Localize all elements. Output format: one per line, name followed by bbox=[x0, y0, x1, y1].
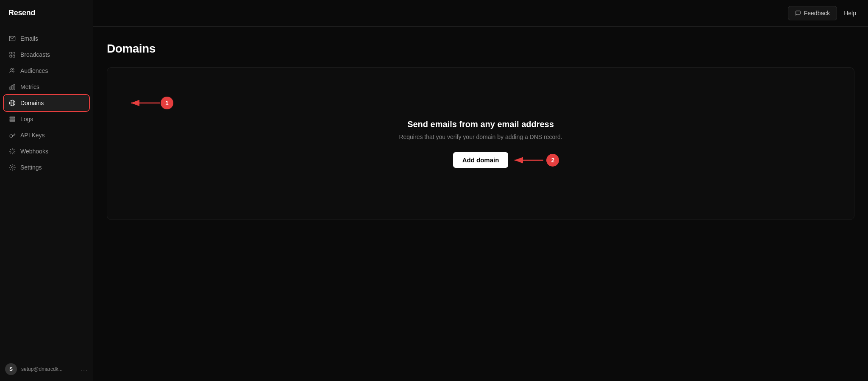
api-keys-icon bbox=[8, 131, 16, 139]
svg-rect-1 bbox=[10, 52, 12, 54]
footer-email: setup@dmarcdk... bbox=[21, 366, 77, 372]
add-domain-label: Add domain bbox=[462, 156, 499, 164]
help-label: Help bbox=[844, 10, 856, 17]
add-domain-button[interactable]: Add domain bbox=[453, 152, 509, 168]
svg-rect-3 bbox=[13, 55, 15, 57]
sidebar-item-label: Broadcasts bbox=[20, 51, 50, 58]
sidebar-item-label: Logs bbox=[20, 116, 33, 122]
sidebar-nav: Emails Broadcasts Audiences bbox=[0, 28, 93, 357]
sidebar-item-settings[interactable]: Settings bbox=[4, 160, 89, 175]
sidebar: Resend Emails Broadcasts bbox=[0, 0, 93, 381]
add-domain-wrapper: Add domain 2 bbox=[453, 152, 509, 168]
svg-rect-17 bbox=[10, 120, 15, 121]
svg-rect-15 bbox=[10, 117, 15, 118]
webhooks-icon bbox=[8, 147, 16, 155]
feedback-icon bbox=[795, 10, 801, 16]
svg-point-18 bbox=[10, 135, 13, 138]
sidebar-item-api-keys[interactable]: API Keys bbox=[4, 128, 89, 143]
sidebar-item-label: Settings bbox=[20, 164, 42, 171]
main-content: Feedback Help Domains Send emails from a… bbox=[93, 0, 868, 381]
annotation-2: 2 bbox=[508, 154, 559, 167]
sidebar-footer[interactable]: S setup@dmarcdk... ... bbox=[0, 357, 93, 381]
sidebar-item-label: Audiences bbox=[20, 67, 48, 74]
topbar: Feedback Help bbox=[93, 0, 868, 27]
sidebar-item-emails[interactable]: Emails bbox=[4, 31, 89, 46]
app-logo: Resend bbox=[0, 0, 93, 28]
sidebar-item-metrics[interactable]: Metrics bbox=[4, 79, 89, 95]
metrics-icon bbox=[8, 83, 16, 91]
sidebar-item-audiences[interactable]: Audiences bbox=[4, 63, 89, 78]
svg-rect-2 bbox=[13, 52, 15, 54]
svg-rect-7 bbox=[10, 87, 11, 89]
sidebar-item-label: Metrics bbox=[20, 83, 39, 90]
audiences-icon bbox=[8, 67, 16, 75]
broadcast-icon bbox=[8, 51, 16, 58]
help-button[interactable]: Help bbox=[844, 10, 856, 17]
sidebar-item-logs[interactable]: Logs bbox=[4, 111, 89, 127]
feedback-label: Feedback bbox=[804, 10, 830, 17]
sidebar-item-domains[interactable]: Domains 1 bbox=[4, 95, 89, 111]
svg-rect-4 bbox=[10, 55, 12, 57]
svg-line-19 bbox=[14, 135, 14, 135]
empty-state-heading: Send emails from any email address bbox=[407, 120, 554, 129]
svg-line-20 bbox=[14, 134, 15, 134]
sidebar-item-webhooks[interactable]: Webhooks bbox=[4, 144, 89, 159]
svg-point-21 bbox=[11, 167, 13, 168]
sidebar-item-label: Webhooks bbox=[20, 148, 48, 155]
annotation-badge-2: 2 bbox=[546, 154, 559, 167]
svg-point-5 bbox=[11, 69, 12, 70]
logs-icon bbox=[8, 115, 16, 123]
feedback-button[interactable]: Feedback bbox=[788, 6, 837, 20]
page-content: Domains Send emails from any email addre… bbox=[93, 27, 868, 381]
svg-point-6 bbox=[12, 69, 14, 70]
svg-rect-16 bbox=[10, 119, 15, 120]
empty-state-card: Send emails from any email address Requi… bbox=[107, 67, 854, 220]
page-title: Domains bbox=[107, 42, 854, 56]
globe-icon bbox=[8, 99, 16, 107]
sidebar-item-label: Emails bbox=[20, 35, 38, 42]
avatar: S bbox=[5, 363, 17, 375]
mail-icon bbox=[8, 35, 16, 42]
empty-state-description: Requires that you verify your domain by … bbox=[399, 133, 562, 140]
sidebar-item-label: Domains bbox=[20, 100, 44, 106]
sidebar-item-label: API Keys bbox=[20, 132, 45, 139]
svg-rect-9 bbox=[14, 84, 15, 89]
svg-rect-8 bbox=[12, 86, 13, 89]
footer-menu-dots[interactable]: ... bbox=[81, 365, 88, 373]
settings-icon bbox=[8, 164, 16, 171]
sidebar-item-broadcasts[interactable]: Broadcasts bbox=[4, 47, 89, 62]
